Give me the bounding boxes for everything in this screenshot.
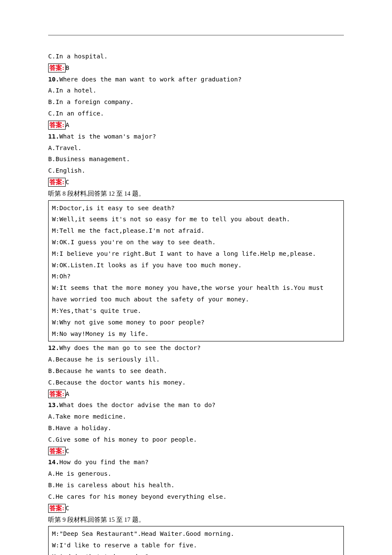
q13-stem: What does the doctor advise the man to d… bbox=[59, 402, 216, 408]
q14-number: 14. bbox=[48, 459, 59, 465]
q14-answer-line: 答案:C bbox=[48, 503, 344, 514]
script8-line: M:Oh? bbox=[52, 271, 340, 282]
answer-label: 答案: bbox=[48, 504, 66, 513]
script8-line: M:Doctor,is it easy to see death? bbox=[52, 202, 340, 214]
section8-intro: 听第 8 段材料,回答第 12 至 14 题。 bbox=[48, 188, 344, 199]
q13-option-b: B.Have a holiday. bbox=[48, 422, 344, 434]
q10-number: 10. bbox=[48, 76, 59, 83]
q11-option-b: B.Business management. bbox=[48, 153, 344, 165]
q11-option-c: C.English. bbox=[48, 165, 344, 176]
q13-stem-line: 13.What does the doctor advise the man t… bbox=[48, 399, 344, 411]
answer-label: 答案: bbox=[48, 390, 66, 399]
q11-number: 11. bbox=[48, 133, 59, 140]
answer-label: 答案: bbox=[48, 178, 66, 187]
answer-label: 答案: bbox=[48, 64, 66, 72]
q11-stem: What is the woman's major? bbox=[59, 133, 156, 140]
q14-stem-line: 14.How do you find the man? bbox=[48, 457, 344, 468]
q13-option-a: A.Take more medicine. bbox=[48, 411, 344, 422]
q12-answer-value: A bbox=[66, 390, 69, 397]
script8-line: W:Well,it seems it's not so easy for me … bbox=[52, 214, 340, 225]
q14-stem: How do you find the man? bbox=[59, 459, 149, 465]
script8-line: W:It seems that the more money you have,… bbox=[52, 282, 340, 305]
q12-option-b: B.Because he wants to see death. bbox=[48, 365, 344, 377]
q12-answer-line: 答案:A bbox=[48, 388, 344, 400]
q10-option-b: B.In a foreign company. bbox=[48, 96, 344, 108]
q10-answer-value: A bbox=[66, 121, 69, 128]
q9-option-c: C.In a hospital. bbox=[48, 51, 344, 62]
q12-option-a: A.Because he is seriously ill. bbox=[48, 354, 344, 365]
section9-intro: 听第 9 段材料,回答第 15 至 17 题。 bbox=[48, 514, 344, 526]
q14-option-c: C.He cares for his money beyond everythi… bbox=[48, 491, 344, 503]
script8-line: W:OK.I guess you're on the way to see de… bbox=[52, 237, 340, 248]
q9-answer-value: B bbox=[66, 64, 69, 71]
q13-option-c: C.Give some of his money to poor people. bbox=[48, 434, 344, 445]
script9-line: M:"Deep Sea Restaurant".Head Waiter.Good… bbox=[52, 528, 340, 540]
q12-number: 12. bbox=[48, 344, 59, 351]
answer-label: 答案: bbox=[48, 121, 66, 130]
q14-option-b: B.He is careless about his health. bbox=[48, 480, 344, 491]
script-box-9: M:"Deep Sea Restaurant".Head Waiter.Good… bbox=[48, 526, 344, 555]
q12-stem: Why does the man go to see the doctor? bbox=[59, 344, 201, 351]
script9-line: M:And is that today,madam? bbox=[52, 551, 340, 555]
q10-stem-line: 10.Where does the man want to work after… bbox=[48, 74, 344, 85]
q11-answer-value: C bbox=[66, 179, 69, 185]
script8-line: W:OK.Listen.It looks as if you have too … bbox=[52, 260, 340, 271]
q11-option-a: A.Travel. bbox=[48, 142, 344, 154]
q11-stem-line: 11.What is the woman's major? bbox=[48, 131, 344, 142]
answer-label: 答案: bbox=[48, 447, 66, 456]
q12-stem-line: 12.Why does the man go to see the doctor… bbox=[48, 342, 344, 354]
q10-option-a: A.In a hotel. bbox=[48, 85, 344, 96]
script8-line: M:No way!Money is my life. bbox=[52, 328, 340, 340]
top-divider bbox=[48, 35, 344, 35]
q10-option-c: C.In an office. bbox=[48, 108, 344, 119]
q9-answer-line: 答案:B bbox=[48, 62, 344, 74]
script8-line: M:Tell me the fact,please.I'm not afraid… bbox=[52, 225, 340, 237]
q13-number: 13. bbox=[48, 402, 59, 408]
script9-line: W:I'd like to reserve a table for five. bbox=[52, 540, 340, 551]
q14-answer-value: C bbox=[66, 505, 69, 512]
q13-answer-value: C bbox=[66, 448, 69, 454]
q10-stem: Where does the man want to work after gr… bbox=[59, 76, 242, 83]
q10-answer-line: 答案:A bbox=[48, 119, 344, 131]
q13-answer-line: 答案:C bbox=[48, 445, 344, 457]
script8-line: M:Yes,that's quite true. bbox=[52, 305, 340, 317]
script-box-8: M:Doctor,is it easy to see death? W:Well… bbox=[48, 200, 344, 342]
script8-line: M:I believe you're right.But I want to h… bbox=[52, 248, 340, 260]
q12-option-c: C.Because the doctor wants his money. bbox=[48, 377, 344, 388]
q14-option-a: A.He is generous. bbox=[48, 468, 344, 480]
q11-answer-line: 答案:C bbox=[48, 176, 344, 188]
script8-line: W:Why not give some money to poor people… bbox=[52, 317, 340, 328]
